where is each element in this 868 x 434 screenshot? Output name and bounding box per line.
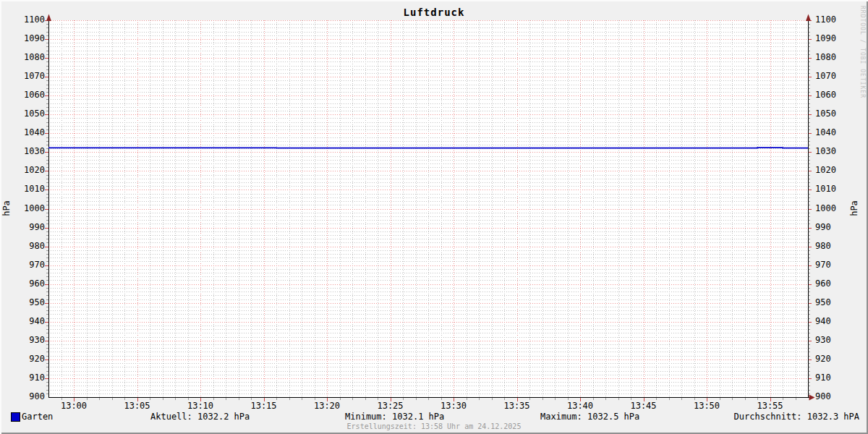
series-line-garten — [48, 148, 808, 148]
x-tick-label: 13:35 — [499, 401, 535, 411]
y-tick-label-left: 1020 — [14, 166, 45, 175]
y-tick-label-right: 1020 — [815, 166, 846, 175]
creation-timestamp: Erstellungszeit: 13:58 Uhr am 24.12.2025 — [0, 422, 868, 430]
y-tick-label-left: 1100 — [14, 15, 45, 25]
x-tick-label: 13:50 — [689, 401, 725, 411]
x-tick-label: 13:45 — [626, 401, 662, 411]
x-tick-label: 13:15 — [246, 401, 282, 411]
y-tick-label-right: 1100 — [815, 15, 846, 25]
y-tick-label-right: 1030 — [815, 147, 846, 156]
y-axis-unit-left: hPa — [1, 200, 12, 216]
y-tick-label-right: 1090 — [815, 34, 846, 43]
chart-title: Luftdruck — [0, 7, 868, 18]
y-tick-label-right: 1060 — [815, 90, 846, 100]
x-tick-label: 13:40 — [562, 401, 598, 411]
y-tick-label-left: 970 — [14, 260, 45, 270]
y-tick-label-right: 930 — [815, 336, 846, 345]
y-tick-label-right: 1010 — [815, 184, 846, 194]
y-tick-label-right: 970 — [815, 260, 846, 270]
y-tick-label-right: 1040 — [815, 128, 846, 137]
y-tick-label-right: 960 — [815, 279, 846, 289]
rrdtool-graph: Luftdruck hPa hPa RRDTOOL / TOBI OETIKER… — [0, 0, 868, 434]
legend-color-swatch — [11, 412, 20, 422]
stat-aktuell: Aktuell: 1032.2 hPa — [150, 412, 250, 422]
x-tick-label: 13:00 — [56, 401, 92, 411]
y-tick-label-left: 980 — [14, 242, 45, 251]
y-tick-label-left: 1010 — [14, 184, 45, 194]
rrdtool-watermark: RRDTOOL / TOBI OETIKER — [859, 6, 866, 98]
chart-svg — [0, 0, 868, 434]
y-tick-label-left: 1080 — [14, 53, 45, 62]
y-tick-label-left: 1000 — [14, 204, 45, 213]
legend-series-label: Garten — [22, 412, 53, 422]
axis-arrow-x — [809, 395, 815, 401]
x-tick-label: 13:25 — [373, 401, 409, 411]
y-tick-label-left: 950 — [14, 298, 45, 307]
y-tick-label-left: 1090 — [14, 34, 45, 43]
x-tick-label: 13:20 — [309, 401, 345, 411]
y-tick-label-right: 1080 — [815, 53, 846, 62]
y-tick-label-right: 990 — [815, 223, 846, 232]
x-tick-label: 13:30 — [435, 401, 472, 411]
y-tick-label-left: 900 — [14, 392, 45, 401]
y-tick-label-left: 1070 — [14, 72, 45, 81]
y-tick-label-right: 900 — [815, 392, 846, 401]
stat-durchschnitt: Durchschnitt: 1032.3 hPA — [734, 412, 859, 422]
y-axis-unit-right: hPa — [849, 200, 859, 216]
x-tick-label: 13:05 — [119, 401, 156, 411]
y-tick-label-left: 940 — [14, 317, 45, 326]
y-tick-label-left: 910 — [14, 373, 45, 383]
x-tick-label: 13:10 — [182, 401, 218, 411]
y-tick-label-left: 1050 — [14, 109, 45, 119]
x-tick-label: 13:55 — [752, 401, 788, 411]
y-tick-label-right: 910 — [815, 373, 846, 383]
y-tick-label-right: 1070 — [815, 72, 846, 81]
y-tick-label-right: 1000 — [815, 204, 846, 213]
y-tick-label-right: 940 — [815, 317, 846, 326]
y-tick-label-left: 930 — [14, 336, 45, 345]
stat-maximum: Maximum: 1032.5 hPa — [540, 412, 639, 422]
y-tick-label-left: 960 — [14, 279, 45, 289]
y-tick-label-left: 990 — [14, 223, 45, 232]
y-tick-label-left: 1040 — [14, 128, 45, 137]
y-tick-label-right: 980 — [815, 242, 846, 251]
stat-minimum: Minimum: 1032.1 hPa — [345, 412, 444, 422]
y-tick-label-left: 1030 — [14, 147, 45, 156]
y-tick-label-right: 950 — [815, 298, 846, 307]
y-tick-label-left: 920 — [14, 354, 45, 364]
y-tick-label-left: 1060 — [14, 90, 45, 100]
y-tick-label-right: 1050 — [815, 109, 846, 119]
y-tick-label-right: 920 — [815, 354, 846, 364]
